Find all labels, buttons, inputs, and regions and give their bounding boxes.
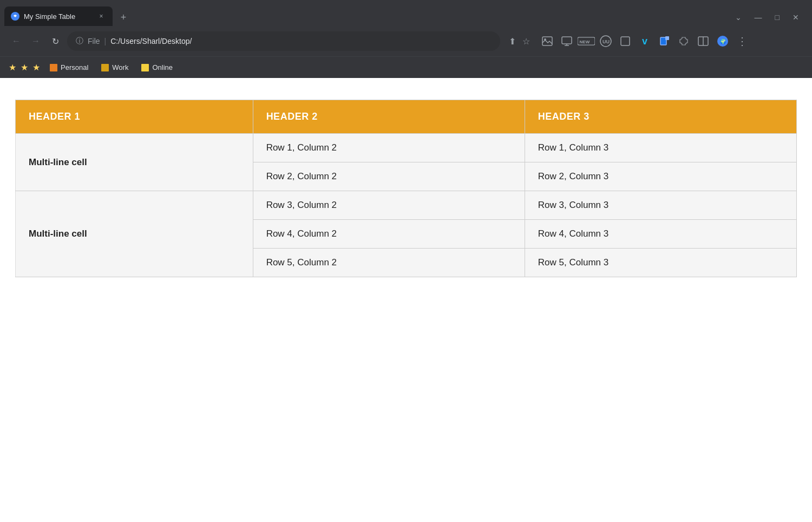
col3-cell: Row 1, Column 3 [525,134,796,162]
refresh-button[interactable]: ↻ [48,34,63,49]
file-label: File [88,37,100,45]
bookmark-personal[interactable]: Personal [44,61,94,74]
maximize-button[interactable]: □ [775,13,780,22]
simple-table: HEADER 1 HEADER 2 HEADER 3 Multi-line ce… [15,100,797,277]
menu-button[interactable]: ⋮ [734,32,751,50]
col3-cell: Row 4, Column 3 [525,220,796,249]
col1-cell: Multi-line cell [16,191,253,277]
bookmark-personal-icon [50,64,57,71]
new-badge-icon[interactable]: NEW [578,32,595,50]
col2-cell: Row 5, Column 2 [253,249,525,277]
image-icon[interactable] [539,32,556,50]
info-icon: ⓘ [76,36,83,46]
col2-cell: Row 3, Column 2 [253,191,525,220]
address-action-icons: ⬆ ☆ [509,36,530,47]
tab-favicon [11,12,19,21]
minimize-button[interactable]: — [755,13,762,22]
svg-point-1 [15,16,16,17]
address-divider: | [104,37,107,45]
col2-cell: Row 2, Column 2 [253,162,525,191]
bookmark-personal-label: Personal [61,63,88,71]
table-header-row: HEADER 1 HEADER 2 HEADER 3 [16,100,797,134]
svg-text:NEW: NEW [580,40,590,44]
svg-text:🌍: 🌍 [720,38,726,45]
address-bar: ← → ↻ ⓘ File | C:/Users/Sharl/Desktop/ ⬆… [0,26,812,56]
active-tab[interactable]: My Simple Table × [4,6,113,26]
bookmark-work-icon [101,64,109,71]
monitor-icon[interactable] [558,32,575,50]
chevron-down-icon[interactable]: ⌄ [735,13,742,22]
tab-close-button[interactable]: × [96,11,106,21]
bookmark-work[interactable]: Work [96,61,134,74]
bookmark-star-icon[interactable]: ☆ [522,36,530,47]
tab-title: My Simple Table [24,12,92,21]
browser-window: My Simple Table × + ⌄ — □ ✕ ← → ↻ ⓘ File… [0,0,812,78]
table-row: Multi-line cellRow 1, Column 2Row 1, Col… [16,134,797,162]
col3-cell: Row 3, Column 3 [525,191,796,220]
square-icon[interactable] [617,32,634,50]
bookmark-star-1[interactable]: ★ [9,62,16,73]
close-button[interactable]: ✕ [793,13,799,22]
bookmarks-bar: ★ ★ ★ Personal Work Online [0,56,812,78]
vimeo-icon[interactable]: v [636,32,653,50]
col3-cell: Row 5, Column 3 [525,249,796,277]
col2-cell: Row 1, Column 2 [253,134,525,162]
table-header-2: HEADER 2 [253,100,525,134]
bookmark-work-label: Work [112,63,128,71]
split-screen-icon[interactable] [695,32,712,50]
profile-icon[interactable]: 🌍 [714,32,731,50]
bookmark-online[interactable]: Online [136,61,178,74]
bookmark-online-label: Online [152,63,173,71]
share-icon[interactable]: ⬆ [509,36,516,47]
table-row: Multi-line cellRow 3, Column 2Row 3, Col… [16,191,797,220]
bookmark-star-2[interactable]: ★ [21,62,28,73]
svg-rect-11 [621,37,630,45]
back-button[interactable]: ← [9,34,24,49]
page-content: HEADER 1 HEADER 2 HEADER 3 Multi-line ce… [0,78,812,500]
table-header-3: HEADER 3 [525,100,796,134]
address-input[interactable]: ⓘ File | C:/Users/Sharl/Desktop/ [67,31,500,51]
uu-icon[interactable]: UU [597,32,614,50]
toolbar-extension-icons: NEW UU v [539,32,751,50]
bookmark-online-icon [141,64,149,71]
svg-rect-13 [665,36,669,40]
new-tab-button[interactable]: + [115,9,132,26]
forward-button[interactable]: → [28,34,43,49]
window-controls: ⌄ — □ ✕ [735,13,808,26]
col3-cell: Row 2, Column 3 [525,162,796,191]
table-header-1: HEADER 1 [16,100,253,134]
svg-rect-4 [562,37,572,44]
tab-bar: My Simple Table × + ⌄ — □ ✕ [0,0,812,26]
bookmark-star-3[interactable]: ★ [32,62,40,73]
col2-cell: Row 4, Column 2 [253,220,525,249]
col1-cell: Multi-line cell [16,134,253,191]
address-text: C:/Users/Sharl/Desktop/ [110,37,492,45]
edit-icon[interactable] [656,32,673,50]
extensions-icon[interactable] [675,32,692,50]
svg-text:UU: UU [603,39,610,44]
